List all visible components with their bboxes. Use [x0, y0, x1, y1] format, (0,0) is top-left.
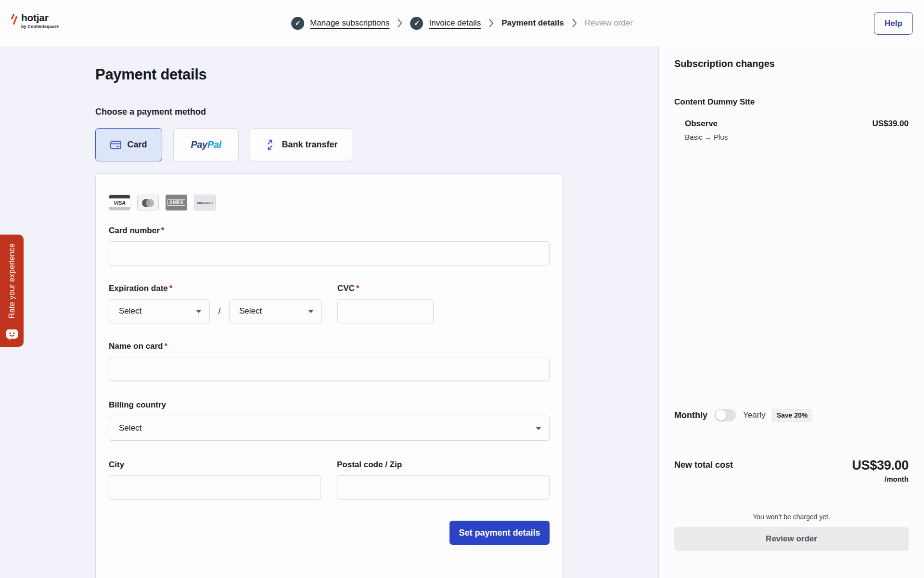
product-name: Observe: [685, 119, 718, 129]
chevron-down-icon: [196, 310, 202, 313]
check-circle-icon: ✓: [291, 17, 304, 30]
subscription-sidebar: Subscription changes Content Dummy Site …: [658, 46, 924, 578]
method-card-button[interactable]: Card: [95, 128, 162, 161]
paypal-logo: PayPal: [191, 139, 221, 150]
yearly-label: Yearly: [743, 410, 766, 420]
step-review-order: Review order: [585, 18, 633, 28]
card-number-label: Card number*: [109, 226, 164, 235]
step-label[interactable]: Invoice details: [429, 18, 481, 28]
step-label: Payment details: [501, 18, 564, 28]
product-price: US$39.00: [872, 119, 909, 129]
required-asterisk: *: [356, 284, 359, 293]
discover-icon: DISCOVER: [194, 195, 216, 210]
card-form-panel: VISA AMEX DISCOVER Card number* Expirati: [95, 173, 563, 578]
chevron-right-icon: [572, 18, 577, 28]
method-bank-transfer-button[interactable]: Bank transfer: [250, 128, 352, 161]
review-order-button[interactable]: Review order: [674, 527, 909, 551]
billing-country-select[interactable]: Select: [109, 416, 550, 441]
subscription-line-item: Observe US$39.00: [674, 119, 909, 129]
credit-card-icon: [110, 141, 121, 149]
toggle-knob: [716, 410, 726, 420]
help-button[interactable]: Help: [874, 12, 913, 35]
required-asterisk: *: [169, 284, 173, 293]
main-content: Payment details Choose a payment method …: [0, 46, 658, 578]
step-label: Review order: [585, 18, 633, 28]
chevron-right-icon: [488, 18, 494, 28]
step-manage-subscriptions[interactable]: ✓ Manage subscriptions: [291, 17, 389, 30]
method-paypal-button[interactable]: PayPal: [173, 128, 239, 161]
billing-country-label: Billing country: [109, 400, 166, 409]
select-value: Select: [119, 306, 141, 316]
site-name: Content Dummy Site: [674, 97, 909, 107]
plan-change-text: Basic → Plus: [674, 133, 909, 141]
required-asterisk: *: [161, 226, 165, 235]
bank-transfer-icon: [264, 139, 276, 151]
monthly-label: Monthly: [674, 410, 707, 420]
expiration-date-label: Expiration date*: [109, 284, 172, 293]
amex-icon: AMEX: [166, 195, 187, 210]
step-invoice-details[interactable]: ✓ Invoice details: [411, 17, 481, 30]
rate-experience-label: Rate your experience: [8, 243, 16, 318]
chevron-right-icon: [398, 18, 403, 28]
cvc-label: CVC*: [337, 284, 359, 293]
city-label: City: [109, 460, 124, 469]
postal-code-input[interactable]: [337, 475, 550, 499]
required-asterisk: *: [164, 342, 167, 351]
step-payment-details: Payment details: [501, 18, 564, 28]
total-period: /month: [852, 475, 909, 483]
save-badge: Save 20%: [772, 409, 813, 421]
date-separator: /: [210, 306, 229, 316]
sidebar-summary: Monthly Yearly Save 20% New total cost U…: [659, 387, 924, 578]
breadcrumb: ✓ Manage subscriptions ✓ Invoice details…: [291, 0, 633, 46]
cvc-input[interactable]: [337, 299, 434, 323]
charge-note: You won’t be charged yet.: [674, 513, 909, 521]
top-header: hotjar by Contentsquare ✓ Manage subscri…: [0, 0, 924, 46]
name-on-card-label: Name on card*: [109, 342, 167, 351]
check-circle-icon: ✓: [411, 17, 424, 30]
expiration-month-select[interactable]: Select: [109, 299, 210, 323]
select-value: Select: [239, 306, 262, 316]
page-title: Payment details: [95, 46, 563, 83]
hotjar-logo: hotjar by Contentsquare: [11, 13, 59, 29]
visa-icon: VISA: [109, 195, 130, 210]
hotjar-flame-icon: [11, 14, 18, 26]
chevron-down-icon: [536, 427, 541, 430]
sidebar-title: Subscription changes: [674, 58, 909, 69]
set-payment-details-button[interactable]: Set payment details: [449, 521, 550, 545]
mastercard-icon: [137, 195, 159, 210]
city-input[interactable]: [109, 475, 321, 499]
logo-byline: by Contentsquare: [21, 24, 59, 29]
new-total-row: New total cost US$39.00 /month: [674, 458, 909, 483]
payment-method-selector: Card PayPal Bank transfer: [95, 128, 563, 161]
expiration-year-select[interactable]: Select: [229, 299, 322, 323]
name-on-card-input[interactable]: [109, 357, 550, 381]
chevron-down-icon: [308, 310, 314, 313]
choose-method-label: Choose a payment method: [95, 107, 563, 117]
step-label[interactable]: Manage subscriptions: [310, 18, 389, 28]
billing-cycle-toggle[interactable]: [715, 409, 736, 421]
method-label: Bank transfer: [282, 140, 337, 150]
card-number-input[interactable]: [109, 241, 550, 265]
logo-brand-text: hotjar: [21, 13, 59, 23]
new-total-label: New total cost: [674, 458, 733, 470]
postal-code-label: Postal code / Zip: [337, 460, 402, 469]
total-amount: US$39.00: [852, 458, 909, 473]
rate-experience-tab[interactable]: Rate your experience: [0, 235, 24, 347]
card-brands-row: VISA AMEX DISCOVER: [109, 195, 550, 210]
select-value: Select: [119, 423, 141, 433]
billing-cycle-row: Monthly Yearly Save 20%: [674, 409, 909, 421]
smiley-icon: [6, 328, 18, 340]
method-label: Card: [127, 140, 147, 150]
